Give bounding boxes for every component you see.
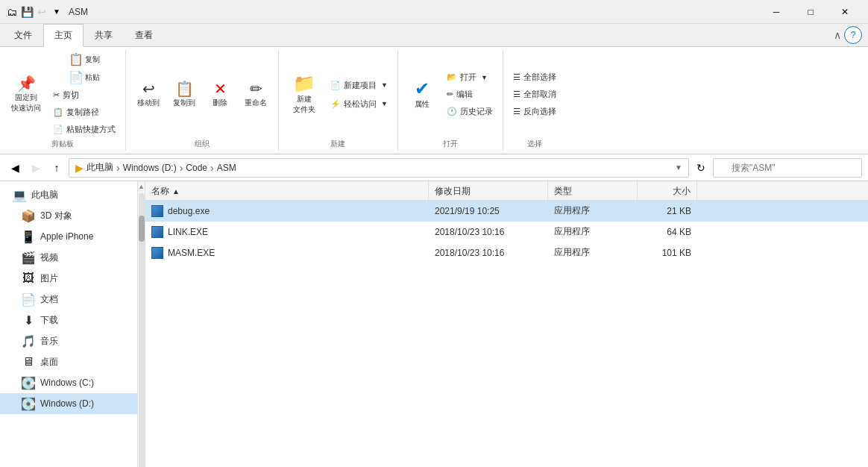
pasteshortcut-button[interactable]: 📄 粘贴快捷方式: [49, 122, 119, 137]
title-folder-icon: 🗂: [6, 6, 18, 18]
exe-icon: [151, 226, 163, 238]
sidebar-item-wind[interactable]: 💽 Windows (D:): [0, 393, 137, 414]
newitem-button[interactable]: 📄 新建项目 ▼: [327, 78, 391, 93]
newfolder-button[interactable]: 📁 新建文件夹: [285, 72, 324, 118]
file-cell-size: 64 KB: [638, 222, 697, 242]
sidebar: 💻 此电脑 📦 3D 对象 📱 Apple iPhone 🎬 视频 🖼 图片 📄: [0, 181, 138, 467]
paste-button[interactable]: 📄 粘贴: [49, 69, 119, 86]
forward-button[interactable]: ▶: [27, 159, 45, 177]
pin-icon: 📌: [17, 76, 36, 91]
close-button[interactable]: ✕: [828, 0, 862, 24]
file-cell-date: 2018/10/23 10:16: [429, 242, 548, 263]
exe-icon: [151, 247, 163, 259]
wind-icon: 💽: [21, 397, 36, 411]
delete-button[interactable]: ✕ 删除: [204, 78, 236, 111]
table-row[interactable]: debug.exe 2021/9/19 10:25 应用程序 21 KB: [145, 201, 868, 222]
file-cell-name: LINK.EXE: [145, 222, 429, 242]
table-row[interactable]: MASM.EXE 2018/10/23 10:16 应用程序 101 KB: [145, 242, 868, 263]
sidebar-item-pictures[interactable]: 🖼 图片: [0, 268, 137, 289]
table-row[interactable]: LINK.EXE 2018/10/23 10:16 应用程序 64 KB: [145, 222, 868, 242]
file-list: debug.exe 2021/9/19 10:25 应用程序 21 KB LIN…: [145, 201, 868, 467]
rename-button[interactable]: ✏ 重命名: [239, 78, 272, 111]
path-folder-icon: ▶: [75, 162, 84, 174]
title-dropdown-icon[interactable]: ▼: [51, 6, 63, 18]
path-asm: ASM: [217, 163, 236, 173]
sidebar-item-winc[interactable]: 💽 Windows (C:): [0, 372, 137, 393]
file-cell-type: 应用程序: [548, 201, 638, 221]
window-title: ASM: [69, 7, 88, 17]
sidebar-item-music[interactable]: 🎵 音乐: [0, 330, 137, 351]
address-dropdown-btn[interactable]: ▼: [675, 163, 682, 172]
tab-home[interactable]: 主页: [43, 24, 84, 47]
sidebar-item-video[interactable]: 🎬 视频: [0, 247, 137, 268]
tab-file[interactable]: 文件: [3, 24, 43, 47]
history-button[interactable]: 🕐 历史记录: [443, 104, 497, 119]
selectall-button[interactable]: ☰ 全部选择: [509, 69, 560, 85]
sidebar-scrollbar[interactable]: ▲ ▼: [138, 181, 145, 467]
scissors-icon: ✂: [53, 90, 60, 100]
scroll-thumb[interactable]: [139, 216, 145, 242]
sidebar-item-downloads[interactable]: ⬇ 下载: [0, 310, 137, 330]
select-label: 选择: [527, 137, 542, 149]
search-wrapper: 🔍: [713, 158, 862, 178]
new-label: 新建: [330, 137, 345, 149]
pasteshortcut-icon: 📄: [53, 125, 63, 134]
easyaccess-button[interactable]: ⚡ 轻松访问 ▼: [327, 96, 391, 112]
ribbon-collapse-btn[interactable]: ∧: [834, 29, 841, 41]
title-undo-icon: ↩: [36, 6, 48, 18]
title-bar-icons: 🗂 💾 ↩ ▼: [6, 6, 63, 18]
ribbon-group-open: ✔ 属性 📂 打开 ▼ ✏ 编辑 🕐 历史记录 打开: [398, 50, 503, 151]
file-area: 名称 ▲ 修改日期 类型 大小 debug.exe 2021/: [145, 181, 868, 467]
col-header-size[interactable]: 大小: [638, 181, 697, 201]
downloads-icon: ⬇: [21, 313, 36, 327]
ribbon-content: 📌 固定到快速访问 📋 复制 📄 粘贴 ✂ 剪切 📋 复制路径: [0, 47, 868, 154]
tab-share[interactable]: 共享: [84, 24, 124, 47]
music-icon: 🎵: [21, 334, 36, 348]
maximize-button[interactable]: □: [793, 0, 828, 24]
sidebar-item-thispc[interactable]: 💻 此电脑: [0, 184, 137, 205]
edit-button[interactable]: ✏ 编辑: [443, 87, 497, 102]
open-dropdown-button[interactable]: 📂 打开 ▼: [443, 69, 497, 85]
search-input[interactable]: [713, 158, 862, 178]
properties-button[interactable]: ✔ 属性: [404, 77, 440, 113]
up-button[interactable]: ↑: [48, 159, 66, 177]
sidebar-item-documents[interactable]: 📄 文档: [0, 289, 137, 310]
path-thispc: 此电脑: [87, 161, 113, 174]
col-header-type[interactable]: 类型: [548, 181, 638, 201]
file-cell-size: 101 KB: [638, 242, 697, 263]
selectnone-button[interactable]: ☰ 全部取消: [509, 87, 560, 102]
sidebar-item-3d[interactable]: 📦 3D 对象: [0, 205, 137, 226]
cut-button[interactable]: ✂ 剪切: [49, 87, 119, 103]
copy-button[interactable]: 📋 复制: [49, 51, 119, 68]
open-icon: 📂: [447, 72, 457, 82]
col-header-date[interactable]: 修改日期: [429, 181, 548, 201]
help-button[interactable]: ?: [844, 26, 862, 44]
address-path[interactable]: ▶ 此电脑 › Windows (D:) › Code › ASM ▼: [69, 158, 689, 178]
pin-button[interactable]: 📌 固定到快速访问: [6, 73, 46, 116]
refresh-button[interactable]: ↻: [692, 159, 710, 177]
moveto-button[interactable]: ↩ 移动到: [132, 78, 165, 111]
back-button[interactable]: ◀: [6, 159, 24, 177]
ribbon-group-organize: ↩ 移动到 📋 复制到 ✕ 删除 ✏ 重命名 组织: [126, 50, 279, 151]
ribbon-group-select: ☰ 全部选择 ☰ 全部取消 ☰ 反向选择 选择: [503, 50, 566, 151]
title-save-icon: 💾: [21, 6, 33, 18]
copyto-button[interactable]: 📋 复制到: [168, 78, 201, 111]
video-icon: 🎬: [21, 251, 36, 265]
copy-icon: 📋: [69, 54, 84, 66]
sidebar-item-iphone[interactable]: 📱 Apple iPhone: [0, 226, 137, 247]
invertsel-icon: ☰: [513, 107, 521, 116]
newfolder-icon: 📁: [293, 75, 315, 93]
sidebar-item-desktop[interactable]: 🖥 桌面: [0, 351, 137, 372]
window-controls: ─ □ ✕: [759, 0, 862, 24]
copypath-button[interactable]: 📋 复制路径: [49, 104, 119, 120]
rename-icon: ✏: [250, 81, 262, 96]
col-header-name[interactable]: 名称 ▲: [145, 181, 429, 201]
delete-icon: ✕: [214, 81, 227, 96]
iphone-icon: 📱: [21, 230, 36, 244]
tab-view[interactable]: 查看: [124, 24, 164, 47]
desktop-icon: 🖥: [21, 355, 36, 369]
minimize-button[interactable]: ─: [759, 0, 793, 24]
address-bar: ◀ ▶ ↑ ▶ 此电脑 › Windows (D:) › Code › ASM …: [0, 154, 868, 181]
file-cell-name: debug.exe: [145, 201, 429, 221]
invertsel-button[interactable]: ☰ 反向选择: [509, 104, 560, 119]
